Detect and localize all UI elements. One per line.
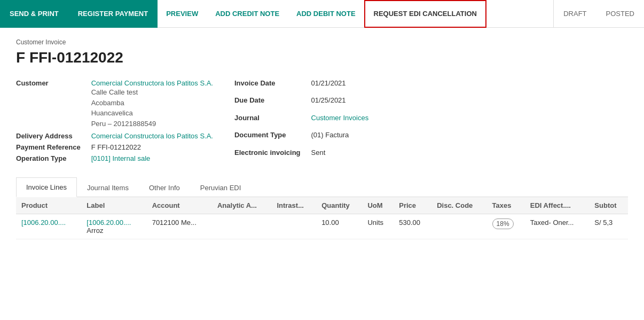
cell-intrast: [271, 214, 316, 239]
cell-taxes: 18%: [487, 214, 525, 239]
delivery-address-label: Delivery Address: [16, 132, 81, 140]
col-subtotal: Subtot: [589, 197, 628, 214]
send-print-button[interactable]: SEND & PRINT: [0, 0, 68, 28]
col-edi-affect: EDI Affect....: [525, 197, 590, 214]
customer-value: Comercial Constructora los Patitos S.A. …: [91, 79, 213, 129]
label-line2: Arroz: [87, 227, 141, 235]
cell-edi-affect: Taxed- Oner...: [525, 214, 590, 239]
table-row: [1006.20.00.... [1006.20.00.... Arroz 70…: [16, 214, 628, 239]
register-payment-button[interactable]: REGISTER PAYMENT: [68, 0, 158, 28]
journal-label: Journal: [234, 114, 301, 122]
document-type-label: Customer Invoice: [16, 38, 628, 46]
document-type-field-label: Document Type: [234, 131, 301, 139]
col-analytic: Analytic A...: [212, 197, 271, 214]
table-header-row: Product Label Account Analytic A... Intr…: [16, 197, 628, 214]
col-price: Price: [394, 197, 431, 214]
cell-disc-code: [431, 214, 486, 239]
request-edi-cancellation-button[interactable]: REQUEST EDI CANCELLATION: [364, 0, 486, 28]
col-uom: UoM: [362, 197, 394, 214]
customer-address-line2: Acobamba: [91, 98, 213, 108]
invoice-date-label: Invoice Date: [234, 79, 301, 87]
cell-subtotal: S/ 5,3: [589, 214, 628, 239]
customer-label: Customer: [16, 79, 81, 87]
payment-reference-label: Payment Reference: [16, 143, 81, 151]
operation-type-value[interactable]: [0101] Internal sale: [91, 154, 213, 162]
cell-analytic: [212, 214, 271, 239]
due-date-value: 01/25/2021: [311, 96, 369, 104]
delivery-address-value[interactable]: Comercial Constructora los Patitos S.A.: [91, 132, 213, 140]
table-container: Product Label Account Analytic A... Intr…: [16, 197, 628, 239]
add-debit-note-button[interactable]: ADD DEBIT NOTE: [288, 0, 364, 28]
add-credit-note-button[interactable]: ADD CREDIT NOTE: [207, 0, 288, 28]
tab-other-info[interactable]: Other Info: [139, 177, 190, 197]
col-taxes: Taxes: [487, 197, 525, 214]
col-intrast: Intrast...: [271, 197, 316, 214]
tab-invoice-lines[interactable]: Invoice Lines: [16, 177, 77, 197]
cell-label: [1006.20.00.... Arroz: [81, 214, 146, 239]
customer-address-line1: Calle Calle test: [91, 87, 213, 98]
cell-price: 530.00: [394, 214, 431, 239]
journal-value[interactable]: Customer Invoices: [311, 114, 369, 122]
label-line1[interactable]: [1006.20.00....: [87, 218, 141, 227]
status-posted-button[interactable]: POSTED: [596, 0, 644, 28]
info-left: Customer Comercial Constructora los Pati…: [16, 79, 213, 162]
customer-address-line3: Huancavelica: [91, 108, 213, 119]
due-date-label: Due Date: [234, 96, 301, 104]
e-invoicing-label: Electronic invoicing: [234, 149, 301, 157]
e-invoicing-value: Sent: [311, 149, 369, 157]
preview-button[interactable]: PREVIEW: [158, 0, 207, 28]
invoice-lines-table: Product Label Account Analytic A... Intr…: [16, 197, 628, 239]
tab-journal-items[interactable]: Journal Items: [77, 177, 139, 197]
tab-peruvian-edi[interactable]: Peruvian EDI: [190, 177, 252, 197]
invoice-date-value: 01/21/2021: [311, 79, 369, 87]
cell-quantity: 10.00: [316, 214, 362, 239]
col-account: Account: [147, 197, 212, 214]
customer-name[interactable]: Comercial Constructora los Patitos S.A.: [91, 79, 213, 87]
cell-account: 7012100 Me...: [147, 214, 212, 239]
col-label: Label: [81, 197, 146, 214]
status-draft-button[interactable]: DRAFT: [554, 0, 596, 28]
tax-badge: 18%: [492, 218, 514, 229]
operation-type-label: Operation Type: [16, 154, 81, 162]
payment-reference-value: F FFI-01212022: [91, 143, 213, 151]
customer-address-line4: Peru – 20121888549: [91, 119, 213, 129]
document-type-field-value: (01) Factura: [311, 131, 369, 139]
info-grid: Customer Comercial Constructora los Pati…: [16, 79, 628, 162]
status-group: DRAFT POSTED: [553, 0, 644, 28]
toolbar: SEND & PRINT REGISTER PAYMENT PREVIEW AD…: [0, 0, 644, 28]
tabs: Invoice Lines Journal Items Other Info P…: [16, 177, 628, 197]
document-title: F FFI-01212022: [16, 49, 628, 66]
info-right: Invoice Date 01/21/2021 Due Date 01/25/2…: [234, 79, 368, 162]
main-content: Customer Invoice F FFI-01212022 Customer…: [0, 28, 644, 250]
col-product: Product: [16, 197, 81, 214]
col-disc-code: Disc. Code: [431, 197, 486, 214]
cell-product[interactable]: [1006.20.00....: [16, 214, 81, 239]
cell-uom: Units: [362, 214, 394, 239]
col-quantity: Quantity: [316, 197, 362, 214]
